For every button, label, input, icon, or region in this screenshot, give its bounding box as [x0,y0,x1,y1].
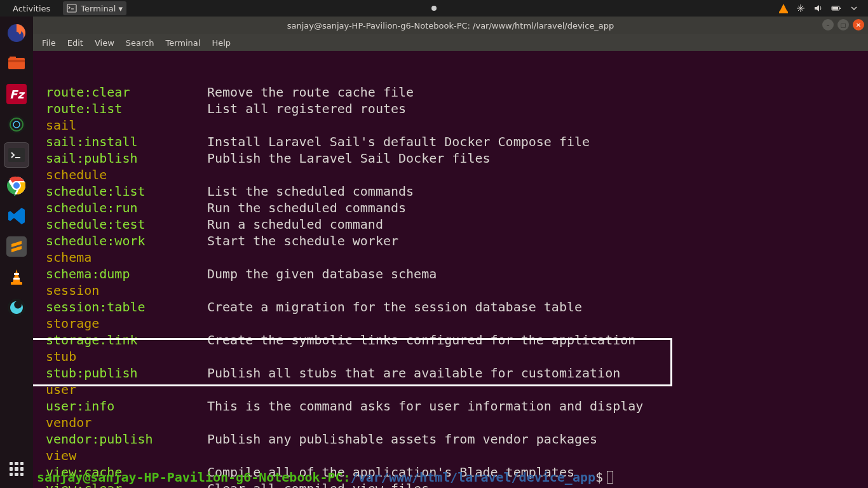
prompt-colon: : [343,470,351,485]
dock-app-vlc[interactable] [4,264,29,290]
svg-rect-20 [11,282,22,285]
command-description: Publish any publishable assets from vend… [207,431,597,447]
app-menu-terminal[interactable]: Terminal ▾ [63,1,126,15]
dock-app-files[interactable] [4,51,29,76]
command-description: Publish the Laravel Sail Docker files [207,150,491,166]
menu-terminal[interactable]: Terminal [160,36,205,50]
artisan-group: sail [37,117,864,133]
command-name: route:list [37,100,207,117]
dock-app-obs[interactable] [4,295,29,320]
artisan-command-line: schedule:runRun the scheduled commands [37,200,864,216]
svg-rect-6 [8,60,25,62]
window-title: sanjay@sanjay-HP-Pavilion-g6-Notebook-PC… [287,21,614,30]
prompt-user: sanjay@sanjay-HP-Pavilion-g6-Notebook-PC [37,470,343,485]
artisan-group: schema [37,249,864,266]
dock-app-chrome[interactable] [4,173,29,198]
artisan-command-line: schedule:testRun a scheduled command [37,216,864,233]
svg-rect-13 [8,148,25,162]
terminal-menu-icon [67,3,77,13]
command-name: schedule:list [37,183,207,200]
group-name: schedule [37,166,207,183]
terminal-menubar: File Edit View Search Terminal Help [33,34,868,51]
command-description: Run a scheduled command [207,216,383,233]
network-icon[interactable] [796,3,806,13]
dock-show-apps[interactable] [4,456,29,482]
artisan-group: session [37,282,864,299]
system-menu-icon[interactable] [849,3,859,13]
artisan-group: storage [37,315,864,332]
command-description: Run the scheduled commands [207,200,406,216]
menu-edit[interactable]: Edit [62,36,88,50]
command-name: sail:install [37,133,207,150]
group-name: storage [37,315,207,332]
artisan-command-line: schema:dumpDump the given database schem… [37,266,864,282]
battery-icon[interactable] [831,3,841,13]
terminal-cursor [607,471,613,484]
menu-file[interactable]: File [37,36,61,50]
sound-icon[interactable] [813,3,824,13]
panel-center [431,6,437,11]
command-name: vendor:publish [37,431,207,447]
window-maximize-button[interactable]: ▢ [837,19,849,30]
menu-help[interactable]: Help [207,36,236,50]
svg-text:Fz: Fz [10,88,25,101]
window-close-button[interactable]: ✕ [853,19,864,30]
activities-button[interactable]: Activities [9,2,54,15]
command-description: This is the command asks for user inform… [207,398,643,414]
svg-rect-7 [10,57,16,60]
group-name: vendor [37,414,207,431]
dock-app-firefox[interactable] [4,20,29,46]
menu-search[interactable]: Search [121,36,159,50]
svg-rect-0 [67,4,76,12]
command-name: schedule:run [37,200,207,216]
dock-app-browser-dark[interactable] [4,112,29,137]
terminal-output[interactable]: route:clearRemove the route cache filero… [33,51,868,488]
command-description: Dump the given database schema [207,266,437,282]
artisan-command-line: user:infoThis is the command asks for us… [37,398,864,414]
svg-rect-3 [832,7,838,10]
artisan-command-line: sail:publishPublish the Laravel Sail Doc… [37,150,864,166]
annotation-highlight-box [33,338,672,386]
window-minimize-button[interactable]: – [822,19,834,30]
artisan-command-line: route:clearRemove the route cache file [37,84,864,100]
terminal-prompt: sanjay@sanjay-HP-Pavilion-g6-Notebook-PC… [37,469,613,485]
group-name: sail [37,117,207,133]
group-name: session [37,282,207,299]
group-name: schema [37,249,207,266]
app-menu-label: Terminal ▾ [81,4,123,13]
command-description: Install Laravel Sail's default Docker Co… [207,133,590,150]
command-name: sail:publish [37,150,207,166]
command-description: Start the schedule worker [207,233,398,249]
prompt-sigil: $ [595,470,603,485]
dock-app-filezilla[interactable]: Fz [4,81,29,107]
artisan-command-line: session:tableCreate a migration for the … [37,299,864,315]
command-name: route:clear [37,84,207,100]
svg-rect-2 [839,8,841,9]
artisan-command-line: sail:installInstall Laravel Sail's defau… [37,133,864,150]
dock-app-vscode[interactable] [4,203,29,229]
artisan-group: view [37,447,864,464]
window-titlebar[interactable]: sanjay@sanjay-HP-Pavilion-g6-Notebook-PC… [33,17,868,34]
command-name: schema:dump [37,266,207,282]
command-description: List all registered routes [207,100,406,117]
command-description: Remove the route cache file [207,84,414,100]
command-name: user:info [37,398,207,414]
command-name: schedule:test [37,216,207,233]
terminal-window: sanjay@sanjay-HP-Pavilion-g6-Notebook-PC… [33,17,868,488]
vlc-tray-icon[interactable] [779,4,788,13]
group-name: view [37,447,207,464]
dock-app-terminal[interactable] [4,142,29,168]
ubuntu-dock: Fz [0,17,33,488]
command-description: List the scheduled commands [207,183,414,200]
menu-view[interactable]: View [90,36,119,50]
dock-app-sublime[interactable] [4,234,29,259]
artisan-command-line: schedule:listList the scheduled commands [37,183,864,200]
artisan-command-line: vendor:publishPublish any publishable as… [37,431,864,447]
svg-rect-18 [14,273,19,275]
artisan-command-line: route:listList all registered routes [37,100,864,117]
svg-rect-17 [6,236,27,257]
recording-indicator-icon [431,6,437,11]
apps-grid-icon [10,462,24,476]
artisan-command-line: schedule:workStart the schedule worker [37,233,864,249]
artisan-group: vendor [37,414,864,431]
